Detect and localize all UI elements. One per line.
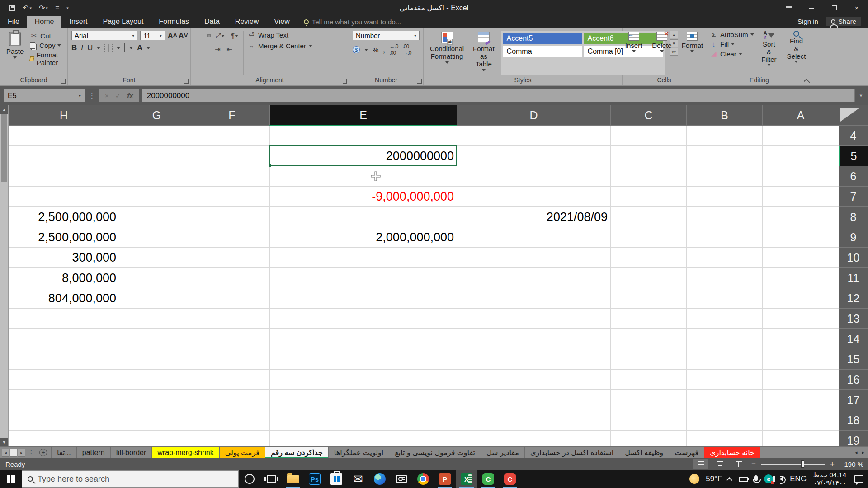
cell-G6[interactable] <box>119 166 194 187</box>
delete-cells-button[interactable]: Delete <box>649 31 675 75</box>
cell-A17[interactable] <box>762 390 839 410</box>
cell-C9[interactable] <box>610 227 686 248</box>
tab-scroll-right-button[interactable]: ▸ <box>18 449 25 457</box>
cell-H19[interactable] <box>9 431 119 446</box>
cell-E6[interactable] <box>269 166 457 187</box>
row-header-5[interactable]: 5 <box>839 146 868 166</box>
wrap-text-button[interactable]: ⏎Wrap Text <box>247 31 312 39</box>
name-box[interactable]: E5▾ <box>4 89 85 102</box>
cell-F10[interactable] <box>194 248 269 268</box>
cell-G10[interactable] <box>119 248 194 268</box>
increase-decimal-button[interactable]: ←.0.00 <box>390 43 398 56</box>
cell-B19[interactable] <box>686 431 762 446</box>
taskbar-photoshop-button[interactable]: Ps <box>304 470 326 488</box>
taskbar-people-button[interactable] <box>391 470 412 488</box>
borders-dropdown[interactable] <box>117 47 120 49</box>
italic-button[interactable]: I <box>81 43 83 52</box>
cell-E11[interactable] <box>269 268 457 288</box>
cell-A6[interactable] <box>762 166 839 187</box>
tell-me-box[interactable]: Tell me what you want to do... <box>297 18 408 28</box>
comma-style-button[interactable]: , <box>383 46 385 54</box>
format-painter-button[interactable]: Format Painter <box>30 51 64 66</box>
sheet-tab-12[interactable]: خانه حسابداری <box>704 447 760 458</box>
sheet-tab-10[interactable]: وظیفه اکسل <box>619 447 669 458</box>
cell-D8[interactable]: 2021/08/09 <box>457 207 610 227</box>
cell-E19[interactable] <box>269 431 457 446</box>
menu-tab-data[interactable]: Data <box>197 16 227 28</box>
cell-E5[interactable]: 2000000000 <box>269 146 457 166</box>
align-middle-button[interactable] <box>201 35 203 37</box>
sheet-nav-next-button[interactable]: ▸ <box>862 450 864 455</box>
number-format-select[interactable]: Number▾ <box>353 31 420 40</box>
cell-F11[interactable] <box>194 268 269 288</box>
column-header-C[interactable]: C <box>610 105 686 126</box>
row-header-8[interactable]: 8 <box>839 207 868 227</box>
cell-A16[interactable] <box>762 370 839 390</box>
cell-G15[interactable] <box>119 349 194 370</box>
row-header-13[interactable]: 13 <box>839 309 868 329</box>
sheet-tab-3[interactable]: wrap-merg-shrink <box>151 447 219 458</box>
row-header-14[interactable]: 14 <box>839 329 868 349</box>
cell-B9[interactable] <box>686 227 762 248</box>
language-indicator[interactable]: ENG <box>790 474 807 483</box>
cell-D6[interactable] <box>457 166 610 187</box>
sign-in-link[interactable]: Sign in <box>797 18 818 25</box>
sheet-tab-9[interactable]: استفاده اکسل در حسابداری <box>524 447 619 458</box>
clock[interactable]: 04:14 ب.ظ۰۷/۰۹/۱۴۰۰ <box>813 471 846 487</box>
cut-button[interactable]: ✂Cut <box>30 32 64 40</box>
cell-A12[interactable] <box>762 288 839 309</box>
column-header-G[interactable]: G <box>119 105 194 126</box>
cell-D18[interactable] <box>457 410 610 431</box>
cell-C5[interactable] <box>610 146 686 166</box>
cell-G13[interactable] <box>119 309 194 329</box>
cell-A4[interactable] <box>762 126 839 146</box>
font-color-dropdown[interactable] <box>146 47 150 49</box>
sheet-tab-8[interactable]: مقادیر سل <box>481 447 524 458</box>
column-header-B[interactable]: B <box>686 105 762 126</box>
cell-E8[interactable] <box>269 207 457 227</box>
cell-B10[interactable] <box>686 248 762 268</box>
ribbon-display-options-button[interactable] <box>778 0 800 16</box>
cell-H6[interactable] <box>9 166 119 187</box>
taskbar-camtasia-button[interactable]: C <box>477 470 499 488</box>
vertical-scrollbar[interactable]: ▲ ▼ <box>0 105 9 446</box>
cell-E18[interactable] <box>269 410 457 431</box>
cell-F17[interactable] <box>194 390 269 410</box>
cell-C15[interactable] <box>610 349 686 370</box>
cell-B13[interactable] <box>686 309 762 329</box>
cell-G11[interactable] <box>119 268 194 288</box>
cell-A19[interactable] <box>762 431 839 446</box>
menu-tab-review[interactable]: Review <box>227 16 266 28</box>
cell-G19[interactable] <box>119 431 194 446</box>
paste-button[interactable]: Paste <box>4 31 26 75</box>
cell-D10[interactable] <box>457 248 610 268</box>
cell-D17[interactable] <box>457 390 610 410</box>
increase-indent-button[interactable]: ⇥ <box>213 44 222 54</box>
column-header-H[interactable]: H <box>9 105 119 126</box>
cell-C17[interactable] <box>610 390 686 410</box>
cell-B6[interactable] <box>686 166 762 187</box>
format-cells-button[interactable]: Format <box>679 31 707 75</box>
fill-color-dropdown[interactable] <box>129 47 133 49</box>
cell-A7[interactable] <box>762 187 839 207</box>
font-size-select[interactable]: 11▾ <box>140 31 165 40</box>
cell-G17[interactable] <box>119 390 194 410</box>
cell-H15[interactable] <box>9 349 119 370</box>
battery-icon[interactable] <box>739 477 748 482</box>
cell-D16[interactable] <box>457 370 610 390</box>
borders-button[interactable] <box>104 44 113 52</box>
cell-B15[interactable] <box>686 349 762 370</box>
weather-icon[interactable] <box>689 474 699 484</box>
enter-formula-button[interactable]: ✓ <box>115 92 121 100</box>
cell-C10[interactable] <box>610 248 686 268</box>
cell-H14[interactable] <box>9 329 119 349</box>
expand-formula-bar-button[interactable]: ˅ <box>858 93 864 99</box>
align-bottom-button[interactable] <box>207 34 211 37</box>
cell-A10[interactable] <box>762 248 839 268</box>
cell-G7[interactable] <box>119 187 194 207</box>
cell-F7[interactable] <box>194 187 269 207</box>
row-header-7[interactable]: 7 <box>839 187 868 207</box>
underline-dropdown[interactable] <box>97 47 100 49</box>
taskbar-edge-button[interactable] <box>369 470 391 488</box>
cell-B11[interactable] <box>686 268 762 288</box>
